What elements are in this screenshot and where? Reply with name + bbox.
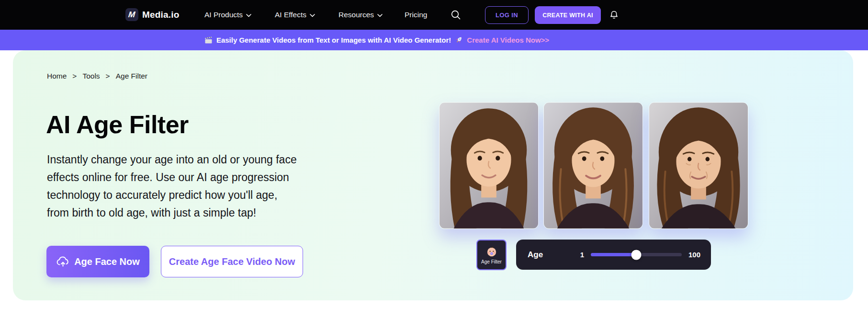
logo-mark-icon: M xyxy=(128,10,135,20)
nav-item-ai-products[interactable]: AI Products xyxy=(204,0,251,30)
breadcrumb-separator: > xyxy=(106,72,110,80)
breadcrumb: Home > Tools > Age Filter xyxy=(47,72,147,80)
page-title: AI Age Filter xyxy=(46,110,189,139)
filter-card-label: Age Filter xyxy=(481,259,502,264)
face-image-older-adult xyxy=(649,102,748,229)
nav-item-label: Pricing xyxy=(405,0,427,30)
nav-item-resources[interactable]: Resources xyxy=(338,0,383,30)
age-face-now-label: Age Face Now xyxy=(74,256,140,267)
search-button[interactable] xyxy=(450,0,462,30)
breadcrumb-separator: > xyxy=(72,72,77,80)
breadcrumb-current: Age Filter xyxy=(116,72,147,80)
page: M Media.io AI Products AI Effects Resour… xyxy=(0,0,868,309)
promo-banner: Easily Generate Videos from Text or Imag… xyxy=(0,30,868,50)
chevron-down-icon xyxy=(246,14,251,17)
login-button[interactable]: LOG IN xyxy=(485,6,529,24)
chevron-down-icon xyxy=(310,14,315,17)
cloud-upload-icon xyxy=(56,256,69,267)
nav-item-ai-effects[interactable]: AI Effects xyxy=(275,0,315,30)
banner-message: Easily Generate Videos from Text or Imag… xyxy=(216,36,451,44)
age-slider-min: 1 xyxy=(580,251,584,259)
face-image-young-adult xyxy=(543,102,643,229)
nav-item-label: AI Effects xyxy=(275,0,306,30)
nav-item-label: Resources xyxy=(338,0,374,30)
create-age-face-video-button[interactable]: Create Age Face Video Now xyxy=(161,246,303,277)
search-icon xyxy=(450,9,462,21)
age-slider-fill xyxy=(591,253,636,256)
description-line: effects online for free. Use our AI age … xyxy=(47,169,297,186)
breadcrumb-tools[interactable]: Tools xyxy=(82,72,100,80)
chevron-down-icon xyxy=(377,14,383,17)
breadcrumb-home[interactable]: Home xyxy=(47,72,67,80)
baby-face-icon xyxy=(485,245,498,258)
clapperboard-icon xyxy=(204,36,213,44)
nav-item-label: AI Products xyxy=(204,0,243,30)
description-line: technology to accurately predict how you… xyxy=(47,186,297,204)
face-image-child xyxy=(439,102,539,229)
description-line: Instantly change your age into an old or… xyxy=(47,151,297,169)
navbar: M Media.io AI Products AI Effects Resour… xyxy=(0,0,868,30)
age-filter-thumbnail[interactable]: Age Filter xyxy=(476,240,507,270)
notifications-button[interactable] xyxy=(609,0,620,30)
age-face-now-button[interactable]: Age Face Now xyxy=(46,246,149,277)
description-line: from birth to old age, with just a simpl… xyxy=(47,204,297,222)
logo[interactable]: M xyxy=(125,8,138,21)
logo-text[interactable]: Media.io xyxy=(142,0,180,30)
age-slider-thumb[interactable] xyxy=(631,250,641,260)
age-slider-max: 100 xyxy=(688,251,700,259)
rocket-icon xyxy=(455,36,463,44)
age-slider-label: Age xyxy=(528,250,543,260)
hero-description: Instantly change your age into an old or… xyxy=(47,151,297,222)
bell-icon xyxy=(609,10,620,21)
create-with-ai-button[interactable]: CREATE WITH AI xyxy=(535,6,601,24)
banner-link[interactable]: Create AI Videos Now>> xyxy=(467,36,549,44)
age-slider-track[interactable] xyxy=(591,253,682,256)
age-slider-panel: Age 1 100 xyxy=(516,240,711,270)
nav-item-pricing[interactable]: Pricing xyxy=(405,0,427,30)
